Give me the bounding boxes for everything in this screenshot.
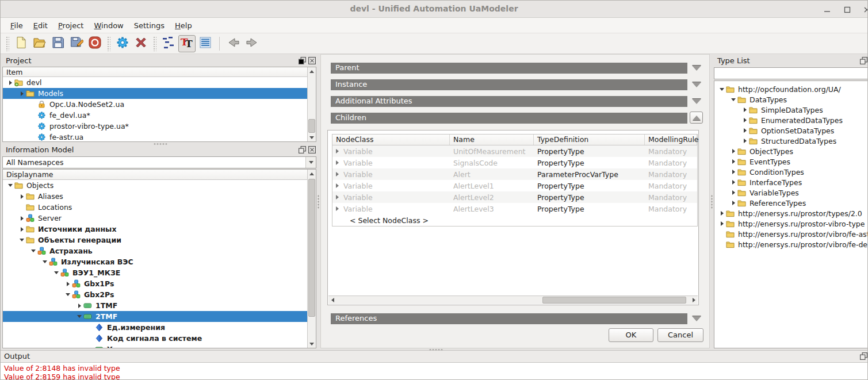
expand-icon[interactable] [18, 91, 26, 96]
expand-icon[interactable] [729, 201, 737, 205]
float-panel-icon[interactable] [299, 57, 306, 64]
exit-button[interactable] [86, 35, 104, 52]
tree-item[interactable]: StructuredDataTypes [714, 136, 868, 146]
expand-icon[interactable] [729, 170, 737, 174]
expand-icon[interactable] [741, 139, 749, 143]
tree-item[interactable]: Opc.Ua.NodeSet2.ua [3, 99, 316, 110]
expand-icon[interactable] [741, 128, 749, 133]
tree-item[interactable]: Ед.измерения [3, 322, 316, 333]
open-folder-button[interactable] [31, 35, 48, 52]
select-nodeclass-row[interactable]: < Select NodeClass > [332, 214, 697, 226]
expand-icon[interactable] [336, 149, 339, 153]
expand-icon[interactable] [64, 282, 72, 286]
tree-item[interactable]: Источники данных [3, 224, 316, 235]
minimize-button[interactable] [820, 5, 834, 15]
tree-item[interactable]: 1TMF [3, 300, 316, 311]
column-header-nodeclass[interactable]: NodeClass [332, 135, 450, 145]
collapse-icon[interactable] [18, 239, 26, 241]
output-log[interactable]: Value of 2:8148 has invalid typeValue of… [1, 362, 867, 380]
vertical-splitter[interactable] [317, 194, 320, 209]
tree-item[interactable]: EventTypes [714, 156, 868, 167]
tree-item[interactable]: EnumeratedDataTypes [714, 115, 868, 125]
tree-item[interactable]: devl [3, 77, 316, 88]
tree-item[interactable]: ВЭУ1_МКЗЕ [3, 267, 316, 278]
menu-project[interactable]: Project [53, 19, 89, 32]
tree-item[interactable]: http://enersys.ru/prostor/vibro/fe-astr [714, 229, 868, 239]
scroll-down-icon[interactable] [308, 340, 316, 348]
children-table-row[interactable]: VariableAlertLevel1PropertyTypeMandatory [332, 180, 697, 191]
expand-icon[interactable] [336, 206, 339, 211]
type-filter-input[interactable] [714, 67, 868, 79]
delete-button[interactable] [132, 35, 150, 52]
expand-icon[interactable] [6, 80, 14, 85]
menu-settings[interactable]: Settings [129, 19, 170, 32]
expand-icon[interactable] [729, 180, 737, 185]
children-table-row[interactable]: VariableAlertParameterProcVarTypeMandato… [332, 168, 697, 180]
tree-item[interactable]: DataTypes [714, 94, 868, 105]
tree-item[interactable]: Server [3, 213, 316, 224]
float-panel-icon[interactable] [299, 146, 306, 153]
menu-help[interactable]: Help [170, 19, 197, 32]
tree-item[interactable]: Gbx2Ps [3, 289, 316, 300]
save-button[interactable] [49, 35, 67, 52]
maximize-button[interactable] [840, 5, 854, 15]
scrollbar-thumb[interactable] [542, 297, 686, 304]
new-file-button[interactable] [13, 35, 30, 52]
expand-icon[interactable] [336, 195, 339, 199]
info-model-scrollbar[interactable] [307, 170, 316, 348]
section-children[interactable]: Children [331, 113, 687, 124]
children-table-row[interactable]: VariableUnitOfMeasurementPropertyTypeMan… [332, 145, 697, 157]
expand-icon[interactable] [741, 118, 749, 122]
collapse-instance-icon[interactable] [691, 79, 702, 90]
section-parent[interactable]: Parent [331, 63, 687, 74]
children-table-row[interactable]: VariableSignalsCodePropertyTypeMandatory [332, 157, 697, 168]
tree-item[interactable]: ConditionTypes [714, 167, 868, 177]
expand-icon[interactable] [18, 227, 26, 232]
tree-item[interactable]: http://enersys.ru/prostor-vibro-type [714, 218, 868, 229]
collapse-icon[interactable] [75, 315, 83, 318]
scrollbar-thumb[interactable] [308, 179, 315, 317]
tree-item[interactable]: Астрахань [3, 245, 316, 256]
tree-item[interactable]: OptionSetDataTypes [714, 125, 868, 136]
scroll-up-icon[interactable] [308, 67, 316, 75]
title-bar[interactable]: devl - Unified Automation UaModeler [1, 1, 867, 18]
model-tree-button[interactable] [160, 35, 177, 52]
float-panel-icon[interactable] [860, 57, 867, 64]
scroll-up-icon[interactable] [308, 170, 316, 178]
tree-item[interactable]: http://enersys.ru/prostor/vibro/fe-dev [714, 239, 868, 250]
expand-icon[interactable] [718, 211, 726, 216]
scrollbar-thumb[interactable] [308, 119, 315, 133]
collapse-additional-attributes-icon[interactable] [691, 96, 702, 107]
scroll-down-icon[interactable] [308, 133, 316, 141]
toolbar-grip[interactable] [153, 36, 156, 51]
expand-icon[interactable] [741, 108, 749, 112]
menu-file[interactable]: File [5, 19, 28, 32]
section-references[interactable]: References [331, 313, 687, 324]
collapse-icon[interactable] [41, 260, 49, 263]
tree-item[interactable]: http://enersys.ru/prostor/types/2.0 [714, 208, 868, 218]
expand-icon[interactable] [729, 149, 737, 153]
toolbar-grip[interactable] [6, 36, 9, 51]
back-button[interactable] [225, 35, 242, 52]
tree-item[interactable]: Objects [3, 180, 316, 191]
collapse-icon[interactable] [718, 88, 726, 91]
save-as-button[interactable] [68, 35, 85, 52]
children-table-hscrollbar[interactable] [328, 295, 698, 304]
tree-item[interactable]: Излучинская ВЭС [3, 256, 316, 267]
expand-icon[interactable] [336, 160, 339, 165]
section-instance[interactable]: Instance [331, 79, 687, 90]
close-panel-icon[interactable] [308, 146, 316, 153]
collapse-parent-icon[interactable] [691, 63, 702, 74]
tree-item[interactable]: prostor-vibro-type.ua* [3, 121, 316, 132]
vertical-splitter[interactable] [710, 194, 713, 209]
collapse-icon[interactable] [729, 98, 737, 101]
scroll-left-icon[interactable] [328, 296, 337, 304]
tree-item[interactable]: Gbx1Ps [3, 278, 316, 289]
forward-button[interactable] [243, 35, 261, 52]
collapse-references-icon[interactable] [691, 313, 702, 324]
expand-icon[interactable] [729, 190, 737, 195]
expand-icon[interactable] [729, 159, 737, 164]
expand-icon[interactable] [336, 183, 339, 188]
tree-item[interactable]: SimpleDataTypes [714, 105, 868, 115]
section-additional-attributes[interactable]: Additional Attributes [331, 96, 687, 107]
